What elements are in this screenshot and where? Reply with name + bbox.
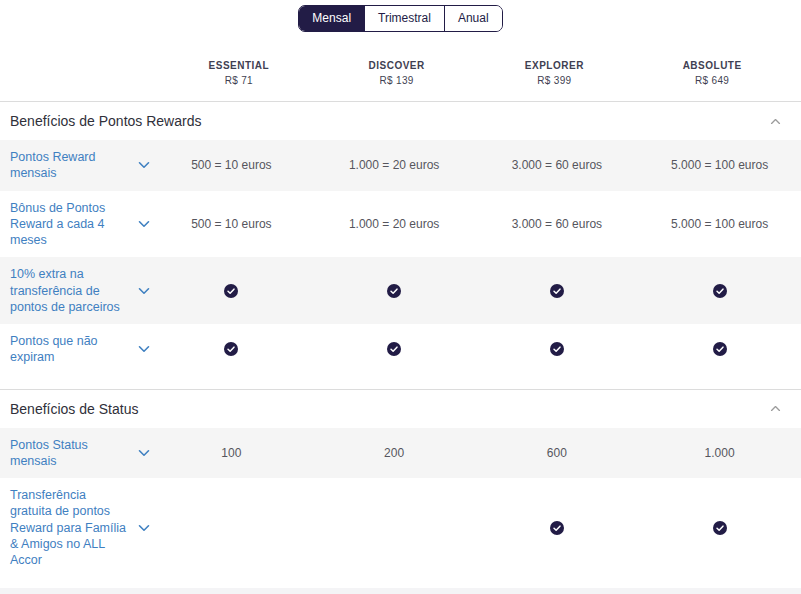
- check-circle-icon: [713, 284, 727, 298]
- benefit-value: 1.000 = 20 euros: [313, 158, 476, 172]
- benefit-row: Pontos Status mensais1002006001.000: [0, 428, 801, 479]
- benefit-value-text: 100: [221, 446, 241, 460]
- benefit-value-text: 1.000 = 20 euros: [349, 217, 439, 231]
- chevron-up-icon: [770, 405, 781, 412]
- benefit-value-text: 600: [547, 446, 567, 460]
- chevron-up-icon: [770, 118, 781, 125]
- plan-name: ESSENTIAL: [160, 60, 318, 73]
- benefit-row: 10% extra na transferência de pontos de …: [0, 257, 801, 324]
- benefit-value: 1.000 = 20 euros: [313, 217, 476, 231]
- benefit-value: [313, 342, 476, 356]
- check-circle-icon: [713, 521, 727, 535]
- check-circle-icon: [713, 342, 727, 356]
- benefit-value: 5.000 = 100 euros: [638, 217, 801, 231]
- plan-price: R$ 139: [318, 75, 476, 88]
- benefit-value: 600: [476, 446, 639, 460]
- benefit-label[interactable]: Pontos Status mensais: [0, 437, 150, 470]
- benefit-row: Bônus de Pontos Reward a cada 4 meses500…: [0, 191, 801, 258]
- benefit-value: [638, 342, 801, 356]
- plan-header-explorer: EXPLORERR$ 399: [476, 60, 634, 87]
- benefit-value-text: 5.000 = 100 euros: [671, 217, 768, 231]
- benefit-label-text: Pontos que não expiram: [10, 333, 128, 366]
- check-circle-icon: [387, 342, 401, 356]
- section-title: Benefícios de Status: [10, 401, 138, 417]
- benefit-value-text: 3.000 = 60 euros: [512, 158, 602, 172]
- benefits-table: Benefícios de Pontos RewardsPontos Rewar…: [0, 101, 801, 594]
- benefit-value: 5.000 = 100 euros: [638, 158, 801, 172]
- section-header[interactable]: Benefícios de Status: [0, 389, 801, 428]
- benefit-value-text: 1.000: [705, 446, 735, 460]
- next-row-edge: [0, 588, 801, 594]
- benefit-value: 3.000 = 60 euros: [476, 158, 639, 172]
- benefit-value-text: 500 = 10 euros: [191, 217, 271, 231]
- benefit-label-text: Pontos Reward mensais: [10, 149, 128, 182]
- benefit-label[interactable]: 10% extra na transferência de pontos de …: [0, 266, 150, 315]
- benefit-value-text: 1.000 = 20 euros: [349, 158, 439, 172]
- benefit-label[interactable]: Bônus de Pontos Reward a cada 4 meses: [0, 200, 150, 249]
- benefit-value: [313, 284, 476, 298]
- benefit-value: [150, 342, 313, 356]
- benefit-value-text: 200: [384, 446, 404, 460]
- benefit-value-text: 500 = 10 euros: [191, 158, 271, 172]
- check-circle-icon: [550, 342, 564, 356]
- benefit-value-text: 5.000 = 100 euros: [671, 158, 768, 172]
- plan-header-absolute: ABSOLUTER$ 649: [633, 60, 791, 87]
- benefit-value: 500 = 10 euros: [150, 217, 313, 231]
- benefit-label-text: Transferência gratuita de pontos Reward …: [10, 487, 128, 568]
- benefit-row: Pontos Reward mensais500 = 10 euros1.000…: [0, 140, 801, 191]
- benefit-value: [476, 521, 639, 535]
- benefit-value: [638, 284, 801, 298]
- chevron-down-icon: [138, 287, 150, 295]
- benefit-value: [476, 284, 639, 298]
- plan-price: R$ 649: [633, 75, 791, 88]
- benefit-value: [638, 521, 801, 535]
- chevron-down-icon: [138, 161, 150, 169]
- check-circle-icon: [550, 521, 564, 535]
- billing-period-switcher: MensalTrimestralAnual: [0, 0, 801, 32]
- benefit-row: Pontos que não expiram: [0, 324, 801, 375]
- check-circle-icon: [387, 284, 401, 298]
- plan-price: R$ 71: [160, 75, 318, 88]
- toggle-option-trimestral[interactable]: Trimestral: [364, 6, 444, 31]
- chevron-down-icon: [138, 449, 150, 457]
- benefit-value: 3.000 = 60 euros: [476, 217, 639, 231]
- chevron-down-icon: [138, 345, 150, 353]
- plan-name: ABSOLUTE: [633, 60, 791, 73]
- benefit-label[interactable]: Pontos Reward mensais: [0, 149, 150, 182]
- plan-header-discover: DISCOVERR$ 139: [318, 60, 476, 87]
- toggle-option-anual[interactable]: Anual: [444, 6, 502, 31]
- plan-name: DISCOVER: [318, 60, 476, 73]
- pricing-comparison-page: MensalTrimestralAnual ESSENTIALR$ 71DISC…: [0, 0, 801, 594]
- benefit-value: 500 = 10 euros: [150, 158, 313, 172]
- toggle-option-mensal[interactable]: Mensal: [299, 6, 364, 31]
- plans-header: ESSENTIALR$ 71DISCOVERR$ 139EXPLORERR$ 3…: [0, 60, 801, 87]
- benefit-value: [150, 284, 313, 298]
- chevron-down-icon: [138, 220, 150, 228]
- billing-toggle: MensalTrimestralAnual: [298, 5, 502, 32]
- plan-name: EXPLORER: [476, 60, 634, 73]
- benefit-value: 200: [313, 446, 476, 460]
- plan-price: R$ 399: [476, 75, 634, 88]
- benefit-value: [476, 342, 639, 356]
- chevron-down-icon: [138, 524, 150, 532]
- check-circle-icon: [224, 342, 238, 356]
- plan-header-essential: ESSENTIALR$ 71: [160, 60, 318, 87]
- benefit-label[interactable]: Pontos que não expiram: [0, 333, 150, 366]
- section-header[interactable]: Benefícios de Pontos Rewards: [0, 101, 801, 140]
- check-circle-icon: [224, 284, 238, 298]
- benefit-value-text: 3.000 = 60 euros: [512, 217, 602, 231]
- benefit-label-text: Pontos Status mensais: [10, 437, 128, 470]
- benefit-label-text: Bônus de Pontos Reward a cada 4 meses: [10, 200, 128, 249]
- benefit-label[interactable]: Transferência gratuita de pontos Reward …: [0, 487, 150, 568]
- benefit-row: Transferência gratuita de pontos Reward …: [0, 478, 801, 577]
- check-circle-icon: [550, 284, 564, 298]
- benefit-value: 100: [150, 446, 313, 460]
- benefit-label-text: 10% extra na transferência de pontos de …: [10, 266, 128, 315]
- section-title: Benefícios de Pontos Rewards: [10, 113, 201, 129]
- benefit-value: 1.000: [638, 446, 801, 460]
